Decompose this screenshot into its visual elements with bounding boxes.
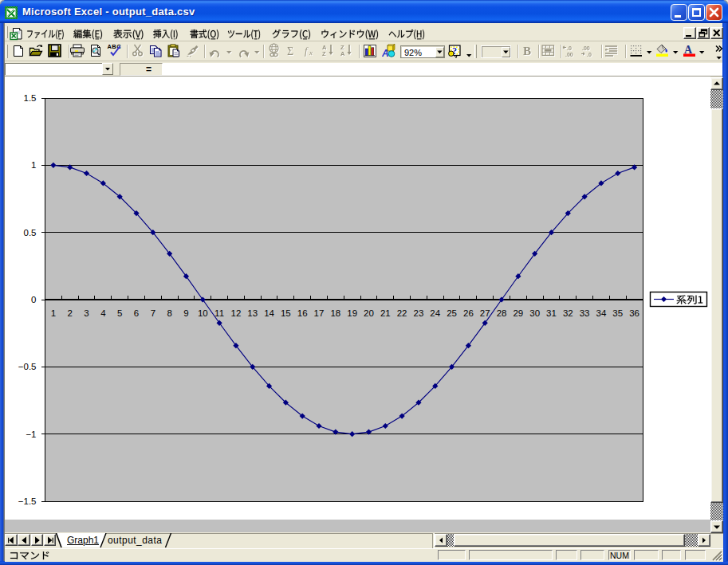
svg-text:29: 29	[513, 308, 523, 318]
svg-text:11: 11	[214, 308, 224, 318]
svg-text:28: 28	[497, 308, 507, 318]
svg-text:30: 30	[529, 308, 540, 318]
svg-text:16: 16	[297, 308, 308, 318]
svg-text:17: 17	[314, 308, 325, 318]
svg-text:15: 15	[281, 308, 291, 318]
svg-text:7: 7	[151, 308, 155, 318]
svg-text:1: 1	[51, 308, 56, 318]
svg-text:14: 14	[264, 308, 274, 318]
svg-text:6: 6	[134, 308, 139, 318]
svg-text:27: 27	[480, 308, 490, 318]
svg-text:8: 8	[167, 308, 171, 318]
svg-text:35: 35	[612, 308, 623, 318]
svg-text:−1: −1	[26, 430, 36, 439]
svg-text:33: 33	[580, 308, 590, 318]
svg-text:19: 19	[347, 308, 357, 318]
svg-text:3: 3	[84, 308, 89, 318]
svg-text:24: 24	[430, 308, 440, 318]
svg-text:12: 12	[231, 308, 242, 318]
svg-text:1: 1	[31, 160, 36, 170]
svg-text:5: 5	[117, 308, 122, 318]
svg-text:34: 34	[596, 308, 607, 318]
svg-text:21: 21	[380, 308, 391, 318]
svg-text:26: 26	[463, 308, 474, 318]
svg-text:22: 22	[397, 308, 407, 318]
svg-text:−0.5: −0.5	[18, 362, 37, 371]
svg-text:10: 10	[198, 308, 208, 318]
svg-text:−1.5: −1.5	[18, 496, 37, 506]
svg-text:1.5: 1.5	[24, 93, 37, 103]
svg-text:9: 9	[183, 308, 188, 318]
svg-text:13: 13	[247, 308, 258, 318]
svg-text:25: 25	[447, 308, 457, 318]
svg-text:2: 2	[68, 308, 73, 318]
svg-text:0: 0	[31, 295, 36, 304]
svg-text:23: 23	[414, 308, 424, 318]
svg-text:32: 32	[563, 308, 573, 318]
svg-text:0.5: 0.5	[24, 228, 37, 237]
svg-text:20: 20	[364, 308, 374, 318]
svg-text:31: 31	[546, 308, 557, 318]
svg-text:36: 36	[629, 308, 639, 318]
svg-text:4: 4	[100, 308, 106, 318]
svg-text:18: 18	[330, 308, 340, 318]
